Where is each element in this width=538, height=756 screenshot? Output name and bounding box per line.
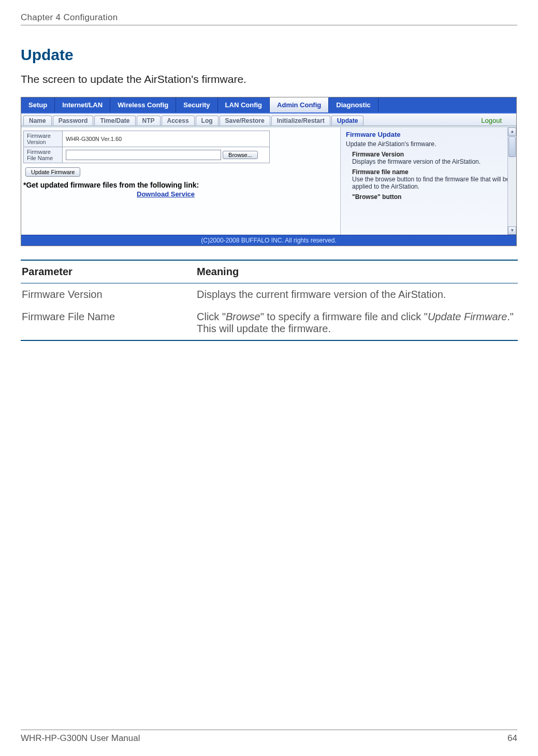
help-scrollbar[interactable]: ▴ ▾ [507,127,516,235]
tab-internet-lan[interactable]: Internet/LAN [55,97,110,112]
chapter-header: Chapter 4 Configuration [21,12,517,25]
footer-doc-title: WHR-HP-G300N User Manual [21,733,140,744]
scroll-down-icon[interactable]: ▾ [508,226,516,235]
help-sub1-text: Displays the firmware version of the Air… [352,158,511,165]
screenshot-panel: Setup Internet/LAN Wireless Config Secur… [21,97,517,246]
tab-wireless-config[interactable]: Wireless Config [110,97,176,112]
page-footer: WHR-HP-G300N User Manual 64 [21,730,517,744]
col-header-meaning: Meaning [197,266,518,278]
help-sub3-title: "Browse" button [352,193,511,201]
subtab-initialize-restart[interactable]: Initialize/Restart [271,116,330,125]
footer-page-number: 64 [507,733,517,744]
parameter-table: Parameter Meaning Firmware Version Displ… [21,260,518,341]
subtab-ntp[interactable]: NTP [137,116,161,125]
subtab-access[interactable]: Access [162,116,195,125]
section-title: Update [21,46,517,64]
tab-security[interactable]: Security [176,97,217,112]
help-intro: Update the AirStation's firmware. [346,140,511,148]
subtab-name[interactable]: Name [23,116,52,125]
subtab-update[interactable]: Update [331,116,364,125]
tab-setup[interactable]: Setup [21,97,55,112]
value-firmware-version: WHR-G300N Ver.1.60 [63,131,270,147]
browse-button[interactable]: Browse... [223,151,258,159]
param-firmware-file-name: Firmware File Name [21,311,197,335]
sub-tab-bar: Name Password Time/Date NTP Access Log S… [21,113,516,125]
scroll-thumb[interactable] [508,136,516,157]
subtab-save-restore[interactable]: Save/Restore [220,116,270,125]
help-sub1-title: Firmware Version [352,151,511,158]
tab-diagnostic[interactable]: Diagnostic [329,97,378,112]
subtab-log[interactable]: Log [196,116,219,125]
firmware-file-input[interactable] [66,150,221,160]
help-pane: Firmware Update Update the AirStation's … [340,127,516,235]
update-firmware-button[interactable]: Update Firmware [25,167,80,177]
tab-lan-config[interactable]: LAN Config [218,97,270,112]
firmware-link-note: *Get updated firmware files from the fol… [23,181,340,189]
tab-admin-config[interactable]: Admin Config [270,97,329,112]
logout-link[interactable]: Logout [481,117,511,124]
screenshot-footer: (C)2000-2008 BUFFALO INC. All rights res… [21,235,516,246]
download-service-link[interactable]: Download Service [80,190,251,198]
subtab-password[interactable]: Password [53,116,94,125]
param-firmware-version: Firmware Version [21,289,197,301]
main-tab-bar: Setup Internet/LAN Wireless Config Secur… [21,97,516,113]
subtab-time-date[interactable]: Time/Date [94,116,135,125]
help-sub2-title: Firmware file name [352,168,511,176]
label-firmware-version: Firmware Version [24,131,63,147]
content-pane: Firmware Version WHR-G300N Ver.1.60 Firm… [21,127,340,235]
scroll-up-icon[interactable]: ▴ [508,127,516,136]
mean-firmware-version: Displays the current firmware version of… [197,289,518,301]
section-intro: The screen to update the AirStation's fi… [21,73,517,85]
mean-firmware-file-name: Click "Browse" to specify a firmware fil… [197,311,518,335]
firmware-table: Firmware Version WHR-G300N Ver.1.60 Firm… [23,131,270,163]
col-header-parameter: Parameter [21,266,197,278]
label-firmware-file-name: Firmware File Name [24,147,63,163]
help-title: Firmware Update [346,131,511,138]
help-sub2-text: Use the browse button to find the firmwa… [352,176,511,190]
